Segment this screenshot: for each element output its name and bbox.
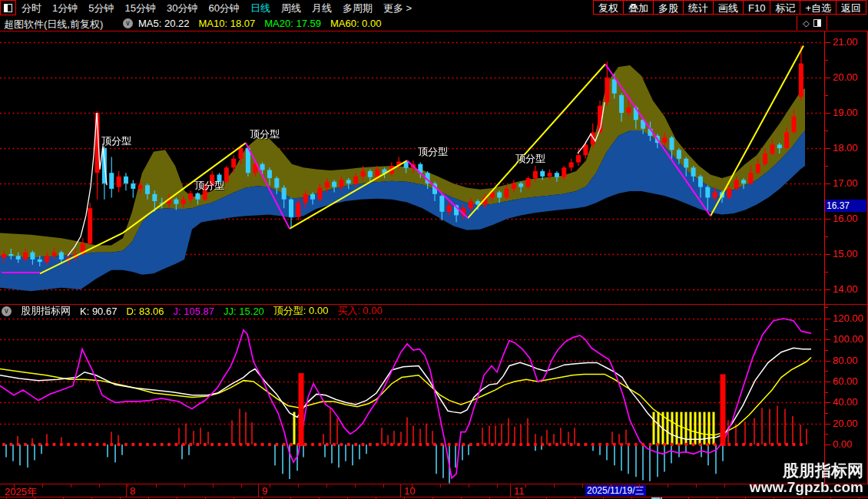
chevron-down-icon[interactable]: ∨	[2, 306, 12, 316]
fractal-annotation-0: 顶分型	[101, 134, 131, 148]
selected-date: 2025/11/19/三	[585, 485, 646, 496]
axis-tick	[825, 236, 828, 237]
month-label-2: 10	[404, 485, 415, 497]
button-5[interactable]: F10	[743, 0, 770, 15]
month-divider	[258, 484, 259, 497]
time-tick	[71, 484, 71, 487]
axis-tick	[825, 78, 830, 78]
fractal-annotation-3: 顶分型	[418, 145, 448, 159]
tab-timeframe-5[interactable]: 60分钟	[208, 2, 239, 15]
axis-tick	[825, 319, 830, 319]
indicator-value-2: J: 105.87	[174, 306, 215, 317]
split-view-icon[interactable]	[813, 19, 821, 27]
tab-timeframe-4[interactable]: 30分钟	[167, 2, 197, 15]
time-tick	[639, 484, 640, 487]
tab-timeframe-1[interactable]: 1分钟	[52, 2, 78, 15]
chevron-down-icon[interactable]: ∨	[123, 18, 133, 28]
indicator-label: 120.00	[833, 312, 863, 324]
axis-tick	[825, 148, 830, 149]
time-tick	[213, 484, 214, 487]
time-tick	[668, 484, 668, 487]
time-tick	[383, 484, 384, 487]
axis-tick	[825, 329, 828, 330]
time-tick	[270, 484, 270, 487]
price-label: 20.00	[833, 71, 858, 83]
axis-tick	[825, 371, 828, 372]
month-label-3: 11	[514, 485, 525, 497]
tab-timeframe-10[interactable]: 更多 >	[383, 2, 412, 15]
month-label-0: 8	[130, 485, 135, 497]
half-square-icon	[4, 4, 12, 12]
tab-timeframe-6[interactable]: 日线	[250, 2, 270, 15]
indicator-label: 60.00	[833, 375, 858, 387]
button-3[interactable]: 统计	[683, 0, 714, 15]
axis-tick	[825, 413, 828, 414]
price-axis: 21.0020.0019.0018.0017.0016.0015.0014.00…	[824, 31, 868, 484]
info-bar: 超图软件(日线,前复权) ∨ MA5: 20.22MA10: 18.07MA20…	[0, 16, 868, 31]
time-axis[interactable]: 2025年 2025/11/19/三 891011	[0, 484, 868, 497]
timeframe-menu: 分时1分钟5分钟15分钟30分钟60分钟日线周线月线多周期更多 >	[22, 0, 412, 16]
price-label: 17.00	[833, 177, 858, 189]
indicator-source: 股朋指标网	[21, 304, 71, 318]
indicator-value-4: 顶分型: 0.00	[273, 304, 329, 318]
main-price-chart[interactable]	[0, 31, 824, 304]
time-tick	[184, 484, 185, 487]
indicator-chart[interactable]	[0, 305, 824, 484]
time-tick	[440, 484, 441, 487]
ma-value-2: MA20: 17.59	[264, 18, 321, 29]
time-tick	[298, 484, 299, 487]
indicator-label: 0.00	[833, 438, 852, 450]
axis-tick	[825, 166, 828, 167]
tab-timeframe-2[interactable]: 5分钟	[88, 2, 114, 15]
month-divider	[510, 484, 511, 497]
axis-tick	[825, 289, 830, 290]
axis-tick	[825, 254, 830, 255]
time-tick	[241, 484, 242, 487]
tab-timeframe-8[interactable]: 月线	[312, 2, 332, 15]
time-tick	[355, 484, 356, 487]
button-1[interactable]: 叠加	[623, 0, 654, 15]
layout-icon[interactable]	[0, 0, 16, 15]
indicator-value-0: K: 90.67	[80, 306, 117, 317]
indicator-header: ∨ 股朋指标网 K: 90.67D: 83.06J: 105.87JJ: 15.…	[2, 306, 383, 316]
time-tick	[326, 484, 327, 487]
price-label: 16.00	[833, 213, 858, 224]
button-7[interactable]: +自选	[800, 0, 837, 15]
axis-tick	[825, 42, 830, 43]
button-0[interactable]: 复权	[593, 0, 624, 15]
price-label: 21.00	[833, 36, 858, 48]
axis-tick	[825, 424, 830, 425]
time-tick	[696, 484, 697, 487]
watermark-site-name: 股朋指标网	[750, 462, 863, 479]
tab-timeframe-9[interactable]: 多周期	[343, 2, 373, 15]
time-tick	[724, 484, 725, 487]
tab-timeframe-7[interactable]: 周线	[281, 2, 301, 15]
fractal-annotation-2: 顶分型	[250, 127, 280, 141]
button-4[interactable]: 画线	[713, 0, 744, 15]
chart-title: 超图软件(日线,前复权)	[4, 18, 103, 31]
current-price-tag: 16.37	[825, 200, 866, 212]
axis-tick	[825, 307, 828, 308]
axis-tick	[825, 219, 830, 220]
indicator-value-5: 买入: 0.00	[337, 304, 383, 318]
time-tick	[469, 484, 469, 487]
tab-timeframe-3[interactable]: 15分钟	[124, 2, 155, 15]
indicator-label: 20.00	[833, 418, 858, 429]
axis-tick	[825, 444, 830, 445]
tab-timeframe-0[interactable]: 分时	[22, 2, 41, 15]
time-tick	[99, 484, 100, 487]
axis-tick	[825, 183, 830, 184]
month-divider	[126, 484, 127, 497]
button-6[interactable]: 标记	[770, 0, 800, 15]
indicator-label: 80.00	[833, 355, 858, 366]
axis-tick	[825, 392, 828, 393]
axis-tick	[825, 60, 828, 61]
button-2[interactable]: 多股	[653, 0, 684, 15]
fractal-annotation-1: 顶分型	[194, 179, 224, 193]
axis-tick	[825, 339, 830, 340]
button-8[interactable]: 返回	[836, 0, 866, 15]
axis-tick	[825, 402, 830, 403]
axis-tick	[825, 434, 828, 435]
year-label: 2025年	[5, 485, 37, 499]
diamond-icon[interactable]: ◇	[803, 18, 809, 28]
